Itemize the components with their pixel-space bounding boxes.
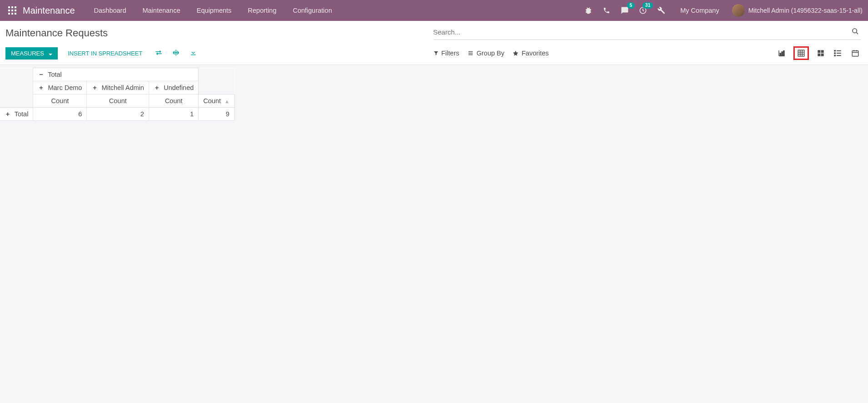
svg-rect-8 — [15, 13, 16, 15]
favorites-dropdown[interactable]: Favorites — [512, 50, 549, 57]
svg-rect-0 — [8, 6, 10, 8]
user-name: Mitchell Admin (14956322-saas-15-1-all) — [748, 7, 863, 14]
plus-icon: + — [154, 84, 160, 91]
filters-dropdown[interactable]: Filters — [433, 50, 459, 57]
measure-header[interactable]: Count — [149, 95, 198, 108]
row-total-header[interactable]: + Total — [0, 108, 33, 121]
measures-label: MEASURES — [11, 50, 44, 57]
svg-rect-11 — [780, 53, 781, 56]
search-box[interactable] — [433, 25, 861, 40]
measures-button[interactable]: MEASURES — [5, 47, 58, 60]
svg-rect-7 — [11, 13, 13, 15]
measure-header[interactable]: Count — [33, 95, 87, 108]
plus-icon: + — [91, 84, 98, 91]
svg-rect-4 — [11, 10, 13, 11]
view-list-icon[interactable] — [833, 48, 843, 59]
avatar — [732, 4, 745, 17]
activities-icon[interactable]: 31 — [637, 4, 649, 17]
plus-icon: + — [5, 110, 11, 118]
groupby-label: Group By — [477, 50, 504, 57]
svg-rect-2 — [15, 6, 16, 8]
table-row: + Total 6 2 1 9 — [0, 108, 234, 121]
flip-axis-icon[interactable] — [152, 50, 165, 57]
plus-icon: + — [38, 84, 44, 91]
svg-rect-18 — [821, 54, 824, 56]
user-menu[interactable]: Mitchell Admin (14956322-saas-15-1-all) — [732, 4, 864, 17]
pivot-cell[interactable]: 6 — [33, 108, 87, 121]
svg-rect-22 — [852, 51, 858, 56]
nav-maintenance[interactable]: Maintenance — [134, 0, 188, 21]
funnel-icon — [433, 50, 439, 56]
expand-all-icon[interactable] — [170, 49, 182, 58]
pivot-cell[interactable]: 1 — [149, 108, 198, 121]
breadcrumb: Maintenance Requests — [5, 25, 433, 44]
pivot-cell-total[interactable]: 9 — [199, 108, 235, 121]
nav-configuration[interactable]: Configuration — [285, 0, 340, 21]
svg-rect-16 — [821, 50, 824, 53]
list-icon — [467, 50, 474, 56]
col-header[interactable]: + Marc Demo — [33, 81, 87, 95]
measure-header[interactable]: Count — [87, 95, 149, 108]
svg-point-19 — [834, 50, 835, 51]
nav-reporting[interactable]: Reporting — [240, 0, 285, 21]
view-kanban-icon[interactable] — [815, 48, 826, 59]
pivot-cell[interactable]: 2 — [87, 108, 149, 121]
favorites-label: Favorites — [522, 50, 549, 57]
view-graph-icon[interactable] — [776, 48, 787, 59]
col-total-header[interactable]: − Total — [33, 68, 199, 81]
download-icon[interactable] — [187, 49, 200, 58]
svg-rect-17 — [818, 54, 820, 56]
groupby-dropdown[interactable]: Group By — [467, 50, 504, 57]
pivot-view: − Total + Marc Demo + Mitchell Admin + U… — [0, 68, 868, 121]
view-pivot-icon[interactable] — [793, 46, 809, 60]
tools-icon[interactable] — [655, 4, 667, 17]
activities-badge: 31 — [642, 2, 653, 9]
nav-equipments[interactable]: Equipments — [189, 0, 240, 21]
messages-badge: 5 — [627, 2, 635, 9]
app-brand[interactable]: Maintenance — [23, 5, 75, 16]
search-input[interactable] — [433, 26, 850, 38]
svg-point-20 — [834, 53, 835, 54]
col-header[interactable]: + Mitchell Admin — [87, 81, 149, 95]
sort-asc-icon: ▲ — [225, 99, 230, 104]
debug-icon[interactable] — [582, 4, 595, 17]
svg-point-21 — [834, 55, 835, 56]
svg-rect-13 — [783, 51, 784, 56]
svg-point-10 — [853, 29, 857, 33]
measure-header[interactable]: Count ▲ — [199, 95, 235, 108]
filters-label: Filters — [442, 50, 459, 57]
pivot-table: − Total + Marc Demo + Mitchell Admin + U… — [0, 68, 235, 121]
minus-icon: − — [38, 71, 44, 78]
col-header[interactable]: + Undefined — [149, 81, 198, 95]
control-panel: Maintenance Requests MEASURES INSERT IN … — [0, 21, 868, 65]
insert-spreadsheet-button[interactable]: INSERT IN SPREADSHEET — [62, 47, 148, 60]
svg-rect-3 — [8, 10, 10, 11]
svg-rect-15 — [818, 50, 820, 53]
caret-down-icon — [47, 50, 52, 57]
messages-icon[interactable]: 5 — [618, 4, 631, 17]
nav-dashboard[interactable]: Dashboard — [86, 0, 135, 21]
star-icon — [512, 50, 519, 56]
search-icon[interactable] — [850, 27, 861, 37]
main-navbar: Maintenance Dashboard Maintenance Equipm… — [0, 0, 868, 21]
svg-rect-12 — [782, 52, 783, 56]
svg-rect-14 — [798, 50, 804, 56]
view-calendar-icon[interactable] — [850, 48, 861, 59]
apps-icon[interactable] — [7, 5, 17, 15]
company-selector[interactable]: My Company — [673, 7, 726, 14]
svg-rect-1 — [11, 6, 13, 8]
phone-icon[interactable] — [600, 4, 613, 17]
view-switcher — [776, 46, 861, 60]
svg-rect-6 — [8, 13, 10, 15]
svg-rect-5 — [15, 10, 16, 11]
